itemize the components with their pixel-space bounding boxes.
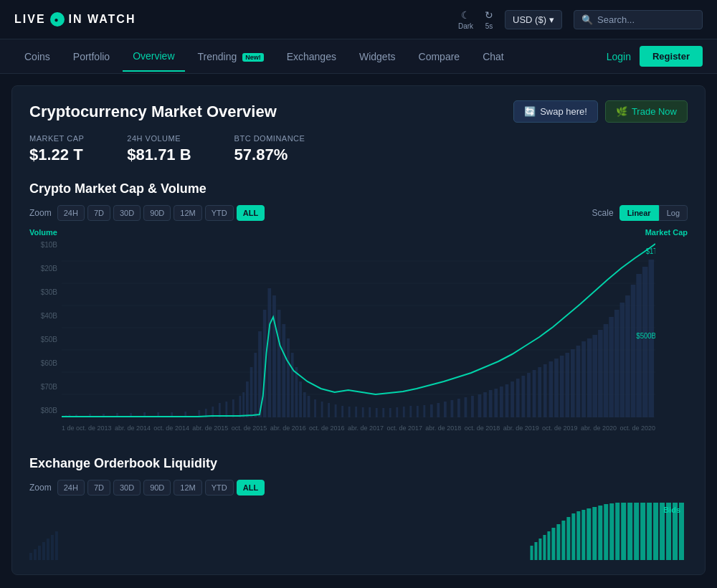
nav-items: Coins Portfolio Overview Trending New! E… bbox=[14, 42, 607, 72]
svg-rect-130 bbox=[34, 549, 37, 560]
zoom-12m[interactable]: 12M bbox=[174, 205, 201, 221]
zoom-label: Zoom bbox=[29, 208, 52, 218]
svg-rect-121 bbox=[634, 503, 639, 560]
nav-coins[interactable]: Coins bbox=[14, 42, 60, 71]
svg-rect-26 bbox=[239, 396, 241, 417]
scale-linear[interactable]: Linear bbox=[619, 205, 659, 221]
marketcap-axis-label: Market Cap bbox=[645, 228, 688, 237]
svg-rect-37 bbox=[287, 338, 290, 417]
y-tick-10b: $10B bbox=[29, 241, 62, 249]
dark-mode-button[interactable]: ☾ Dark bbox=[458, 9, 473, 30]
currency-selector[interactable]: USD ($) ▾ bbox=[505, 10, 562, 29]
nav-overview[interactable]: Overview bbox=[123, 42, 184, 72]
trade-button[interactable]: 🌿 Trade Now bbox=[605, 100, 688, 123]
svg-rect-94 bbox=[625, 295, 630, 417]
nav-portfolio[interactable]: Portfolio bbox=[63, 42, 120, 71]
trending-badge: New! bbox=[242, 53, 264, 62]
svg-rect-52 bbox=[376, 408, 378, 417]
zoom-90d[interactable]: 90D bbox=[143, 205, 171, 221]
register-button[interactable]: Register bbox=[640, 46, 703, 67]
currency-value: USD ($) bbox=[513, 14, 546, 25]
svg-rect-131 bbox=[38, 546, 41, 560]
svg-rect-96 bbox=[636, 274, 642, 417]
chart2-zoom-all[interactable]: ALL bbox=[237, 480, 265, 495]
zoom-24h[interactable]: 24H bbox=[57, 205, 85, 221]
svg-rect-46 bbox=[335, 404, 337, 417]
svg-rect-25 bbox=[232, 399, 234, 417]
login-button[interactable]: Login bbox=[607, 51, 631, 62]
svg-rect-39 bbox=[295, 367, 298, 417]
chart2-title: Exchange Orderbook Liquidity bbox=[29, 456, 688, 471]
chart2-zoom-ytd[interactable]: YTD bbox=[205, 480, 234, 495]
zoom-30d[interactable]: 30D bbox=[113, 205, 141, 221]
zoom-ytd[interactable]: YTD bbox=[205, 205, 234, 221]
svg-rect-53 bbox=[382, 408, 384, 417]
chart1-title: Crypto Market Cap & Volume bbox=[29, 181, 688, 196]
swap-button[interactable]: 🔄 Swap here! bbox=[513, 100, 598, 123]
svg-rect-49 bbox=[355, 407, 357, 417]
zoom-all[interactable]: ALL bbox=[237, 205, 265, 221]
x-tick-2: abr. de 2014 bbox=[115, 425, 151, 432]
dark-label: Dark bbox=[458, 22, 473, 30]
svg-rect-75 bbox=[521, 376, 525, 417]
scale-buttons: Linear Log bbox=[619, 205, 688, 221]
svg-rect-133 bbox=[47, 539, 49, 560]
chart2-zoom-12m[interactable]: 12M bbox=[174, 480, 201, 495]
search-input[interactable] bbox=[597, 14, 695, 25]
bids-label: Bids bbox=[663, 506, 680, 514]
market-overview-card: Cryptocurrency Market Overview 🔄 Swap he… bbox=[11, 85, 706, 575]
zoom-7d[interactable]: 7D bbox=[87, 205, 110, 221]
main-content: Cryptocurrency Market Overview 🔄 Swap he… bbox=[0, 74, 717, 587]
x-tick-10: abr. de 2018 bbox=[425, 425, 461, 432]
chart2-zoom-30d[interactable]: 30D bbox=[113, 480, 141, 495]
logo-text-1: LIVE bbox=[14, 13, 46, 26]
svg-rect-88 bbox=[592, 335, 597, 417]
svg-rect-82 bbox=[560, 356, 564, 417]
svg-rect-60 bbox=[430, 404, 433, 417]
svg-rect-118 bbox=[615, 503, 619, 560]
market-overview-title: Cryptocurrency Market Overview bbox=[29, 103, 277, 121]
chart1-wrapper: $80B $70B $60B $50B $40B $30B $20B $10B bbox=[29, 238, 688, 439]
svg-rect-81 bbox=[554, 359, 559, 417]
refresh-button[interactable]: ↻ 5s bbox=[485, 9, 493, 30]
svg-rect-124 bbox=[653, 503, 658, 560]
svg-rect-63 bbox=[450, 400, 453, 417]
chart2-zoom-24h[interactable]: 24H bbox=[57, 480, 85, 495]
svg-rect-102 bbox=[534, 542, 537, 560]
nav-compare[interactable]: Compare bbox=[409, 42, 470, 71]
x-tick-9: oct. de 2017 bbox=[386, 425, 422, 432]
svg-rect-106 bbox=[551, 528, 555, 560]
svg-rect-29 bbox=[250, 367, 253, 417]
svg-rect-34 bbox=[272, 295, 276, 417]
chart2-zoom-90d[interactable]: 90D bbox=[143, 480, 171, 495]
svg-rect-119 bbox=[621, 503, 626, 560]
svg-rect-58 bbox=[417, 406, 419, 417]
y-tick-70b: $70B bbox=[29, 383, 62, 391]
svg-rect-28 bbox=[246, 381, 249, 417]
chart2-zoom-7d[interactable]: 7D bbox=[87, 480, 110, 495]
svg-rect-65 bbox=[465, 397, 467, 417]
x-tick-3: oct. de 2014 bbox=[153, 425, 189, 432]
refresh-label: 5s bbox=[485, 22, 493, 30]
chart1-controls: Zoom 24H 7D 30D 90D 12M YTD ALL Scale Li… bbox=[29, 205, 688, 221]
svg-rect-76 bbox=[527, 373, 531, 417]
nav-exchanges[interactable]: Exchanges bbox=[277, 42, 346, 71]
svg-rect-134 bbox=[51, 535, 54, 560]
nav-widgets[interactable]: Widgets bbox=[349, 42, 406, 71]
svg-rect-41 bbox=[303, 392, 306, 417]
stat-btc-dominance-label: BTC DOMINANCE bbox=[234, 134, 305, 143]
stat-24h-volume-label: 24H VOLUME bbox=[127, 134, 191, 143]
svg-rect-71 bbox=[500, 387, 503, 417]
refresh-icon: ↻ bbox=[485, 9, 493, 21]
search-container: 🔍 bbox=[574, 10, 703, 29]
svg-rect-80 bbox=[549, 361, 554, 417]
logo-text-2: IN WATCH bbox=[69, 13, 136, 26]
zoom-controls: Zoom 24H 7D 30D 90D 12M YTD ALL bbox=[29, 205, 265, 221]
market-action-buttons: 🔄 Swap here! 🌿 Trade Now bbox=[513, 100, 688, 123]
scale-log[interactable]: Log bbox=[659, 205, 688, 221]
chevron-down-icon: ▾ bbox=[549, 14, 554, 25]
nav-trending[interactable]: Trending New! bbox=[188, 42, 274, 71]
nav-chat[interactable]: Chat bbox=[473, 42, 514, 71]
svg-rect-78 bbox=[538, 367, 541, 417]
trade-icon: 🌿 bbox=[616, 106, 627, 117]
